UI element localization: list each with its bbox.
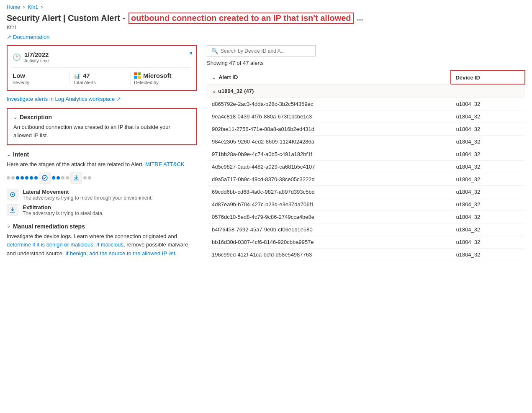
- table-row[interactable]: d9a5a717-0b9c-49cd-8370-38ce05c3222d u18…: [207, 173, 525, 186]
- breadcrumb-kfir1[interactable]: Kfir1: [28, 4, 38, 10]
- info-card: « 🕐 1/7/2022 Activity time Low Severity …: [7, 45, 197, 91]
- left-panel: « 🕐 1/7/2022 Activity time Low Severity …: [7, 45, 203, 261]
- device-id-cell: u1804_32: [451, 98, 525, 110]
- microsoft-icon: [134, 72, 141, 79]
- table-row[interactable]: 902fae11-2756-471e-88a8-a016b2ed431d u18…: [207, 123, 525, 136]
- alert-id-cell: d865792e-2ac3-4dda-b28c-3b2c5f4359ec: [207, 98, 451, 110]
- group-chevron-icon: ⌄: [212, 88, 216, 94]
- tl-dot-9: [57, 176, 60, 180]
- remediation-title: Manual remediation steps: [13, 223, 85, 230]
- activity-time-value: 1/7/2022: [24, 51, 49, 58]
- device-id-cell: u1804_32: [451, 249, 525, 261]
- documentation-link[interactable]: ↗ Documentation: [0, 33, 532, 45]
- exfiltration-icon: [7, 204, 18, 216]
- remediation-chevron-icon: ⌄: [7, 223, 10, 229]
- table-row[interactable]: 69cdd6bb-cd68-4a0c-9827-a897d393c5bd u18…: [207, 186, 525, 198]
- table-row[interactable]: bb16d30d-0307-4cf6-8146-920cbba9957e u18…: [207, 236, 525, 249]
- tl-dot-12: [83, 176, 87, 180]
- search-input[interactable]: [221, 48, 311, 54]
- tl-dot-4: [21, 176, 24, 180]
- col-device-id[interactable]: Device ID: [451, 71, 525, 84]
- alert-id-cell: 4d5c9827-0aab-4482-a029-ca681b5c4107: [207, 161, 451, 173]
- description-text: An outbound connection was created to an…: [13, 123, 190, 139]
- mitre-link[interactable]: MITRE ATT&CK: [145, 161, 185, 167]
- intent-item-exfil: Exfiltration The adversary is trying to …: [7, 204, 197, 216]
- activity-row: 🕐 1/7/2022 Activity time: [13, 51, 191, 68]
- remediation-benign-ip-link[interactable]: If benign, add the source to the allowed…: [65, 250, 175, 257]
- description-card: ⌄ Description An outbound connection was…: [7, 108, 197, 145]
- group-name: u1804_32 (47): [218, 88, 254, 94]
- tl-dot-1: [7, 176, 10, 180]
- tl-dot-6: [30, 176, 33, 180]
- device-id-cell: u1804_32: [451, 161, 525, 173]
- intent-text: Here are the stages of the attack that a…: [7, 160, 197, 169]
- page-subtitle: Kfir1: [0, 24, 532, 33]
- device-id-cell: u1804_32: [451, 173, 525, 186]
- intent-title: Intent: [13, 151, 29, 158]
- metric-detected-by: Microsoft Detected by: [134, 72, 191, 85]
- group-row[interactable]: ⌄u1804_32 (47): [207, 84, 525, 98]
- doc-link-text: Documentation: [13, 34, 49, 40]
- remediation-benign-link[interactable]: determine if it is benign or malicious: [7, 241, 93, 248]
- remediation-header[interactable]: ⌄ Manual remediation steps: [7, 223, 197, 230]
- collapse-button[interactable]: «: [189, 49, 193, 56]
- device-id-cell: u1804_32: [451, 211, 525, 223]
- exfiltration-title: Exfiltration: [23, 204, 103, 210]
- severity-label: Severity: [13, 80, 66, 85]
- description-chevron-icon: ⌄: [13, 115, 17, 120]
- table-row[interactable]: d865792e-2ac3-4dda-b28c-3b2c5f4359ec u18…: [207, 98, 525, 110]
- investigate-link[interactable]: Investigate alerts in Log Analytics work…: [7, 96, 197, 102]
- remediation-section: ⌄ Manual remediation steps Investigate t…: [7, 223, 197, 258]
- description-title: Description: [20, 114, 52, 121]
- table-row[interactable]: b4f76458-7692-45a7-9e0b-cf06e1b1e580 u18…: [207, 223, 525, 236]
- tl-dot-2: [11, 176, 15, 180]
- intent-chevron-icon: ⌄: [7, 152, 10, 157]
- alert-id-cell: d9a5a717-0b9c-49cd-8370-38ce05c3222d: [207, 173, 451, 186]
- activity-time-label: Activity time: [24, 58, 49, 63]
- page-title: Security Alert | Custom Alert - outbound…: [0, 12, 532, 24]
- intent-header[interactable]: ⌄ Intent: [7, 151, 197, 158]
- title-ellipsis[interactable]: ...: [357, 14, 363, 23]
- device-id-cell: u1804_32: [451, 186, 525, 198]
- table-row[interactable]: 971bb28a-0b9e-4c74-a0b5-c491a182bf1f u18…: [207, 148, 525, 161]
- breadcrumb: Home > Kfir1 >: [0, 0, 532, 12]
- alert-id-cell: b4f76458-7692-45a7-9e0b-cf06e1b1e580: [207, 223, 451, 236]
- device-id-cell: u1804_32: [451, 198, 525, 211]
- search-icon: 🔍: [211, 48, 218, 54]
- tl-icon-1: [39, 172, 51, 184]
- metric-severity: Low Severity: [13, 72, 70, 85]
- table-row[interactable]: 4d5c9827-0aab-4482-a029-ca681b5c4107 u18…: [207, 161, 525, 173]
- intent-text-prefix: Here are the stages of the attack that a…: [7, 161, 144, 167]
- breadcrumb-home[interactable]: Home: [7, 4, 20, 10]
- intent-section: ⌄ Intent Here are the stages of the atta…: [7, 151, 197, 216]
- alert-icon: 📊: [73, 72, 80, 79]
- table-row[interactable]: 984e2305-9260-4ed2-8609-1124f024286a u18…: [207, 136, 525, 148]
- alert-id-cell: 9ea4c818-0439-4f7b-880a-673f1bcbe1c3: [207, 110, 451, 123]
- table-row[interactable]: 0576dc10-5ed8-4c79-9c86-2749cca4be8e u18…: [207, 211, 525, 223]
- tl-dot-5: [25, 176, 28, 180]
- svg-point-3: [12, 194, 13, 195]
- table-row[interactable]: 9ea4c818-0439-4f7b-880a-673f1bcbe1c3 u18…: [207, 110, 525, 123]
- tl-dot-11: [66, 176, 69, 180]
- external-link-icon: ↗: [116, 96, 121, 102]
- showing-text: Showing 47 of 47 alerts: [207, 60, 525, 66]
- table-row[interactable]: 4d87ea9b-b704-427c-b23d-e3e37da706f1 u18…: [207, 198, 525, 211]
- tl-icon-2: [70, 172, 82, 184]
- alert-id-cell: 0576dc10-5ed8-4c79-9c86-2749cca4be8e: [207, 211, 451, 223]
- investigate-link-text: Investigate alerts in Log Analytics work…: [7, 96, 115, 102]
- alert-id-cell: 984e2305-9260-4ed2-8609-1124f024286a: [207, 136, 451, 148]
- doc-link-icon: ↗: [7, 34, 11, 40]
- device-id-cell: u1804_32: [451, 148, 525, 161]
- remediation-malicious-link[interactable]: If malicious: [96, 241, 123, 248]
- tl-dot-7: [34, 176, 38, 180]
- remediation-text: Investigate the device logs. Learn where…: [7, 232, 197, 258]
- metrics-row: Low Severity 📊 47 Total Alerts: [13, 72, 191, 85]
- col-alert-id[interactable]: ⌄ Alert ID: [207, 71, 451, 84]
- lateral-movement-title: Lateral Movement: [23, 189, 153, 195]
- description-header[interactable]: ⌄ Description: [13, 114, 190, 121]
- device-id-cell: u1804_32: [451, 236, 525, 249]
- table-row[interactable]: 196c99ed-412f-41ca-bcfd-d58e54987763 u18…: [207, 249, 525, 261]
- tl-dot-13: [88, 176, 91, 180]
- alert-id-cell: 971bb28a-0b9e-4c74-a0b5-c491a182bf1f: [207, 148, 451, 161]
- metric-total-alerts: 📊 47 Total Alerts: [73, 72, 131, 85]
